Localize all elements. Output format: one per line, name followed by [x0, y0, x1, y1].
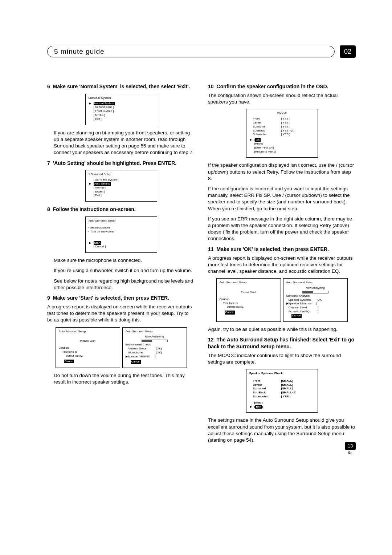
osd-item-auto-setting[interactable]: Auto Setting — [89, 182, 154, 186]
osd-item-second-zone[interactable]: Second Zone — [89, 105, 154, 109]
table-row: Front[SMALL] — [249, 379, 315, 383]
step-12-head: 12The Auto Surround Setup has finished! … — [208, 336, 356, 350]
osd-check: Check!! Front[ YES ] Center[ YES ] Surro… — [246, 109, 318, 158]
text: The MCACC indicator continues to light t… — [208, 352, 356, 365]
osd-item-expert[interactable]: Expert — [89, 190, 154, 194]
text: If you re using a subwoofer, switch it o… — [47, 267, 195, 274]
osd-line: Now Analyzing — [126, 335, 184, 339]
table-row: SurrBack[ YES ×2 ] — [249, 129, 315, 133]
text: Again, try to be as quiet as possible wh… — [208, 326, 356, 333]
osd-pair-step9: Auto Surround Setup Please Wait Caution … — [47, 327, 195, 368]
table-row: SurrBack[SMALL×2] — [249, 391, 315, 395]
osd-speaker-systems-check: Speaker Systems Check Front[SMALL] Cente… — [246, 369, 318, 413]
page-lang: En — [345, 451, 356, 454]
osd-line: Now Analyzing — [286, 286, 344, 290]
osd-title: Auto Surround Setup — [286, 281, 344, 285]
osd-cancel-button[interactable]: Cancel — [126, 360, 184, 364]
osd-cancel-button[interactable]: Cancel — [220, 311, 278, 315]
osd-surround-analysis: Auto Surround Setup Now Analyzing Surrou… — [283, 278, 348, 321]
table-row: Surround[ YES ] — [249, 125, 315, 129]
table-row: Surround[SMALL] — [249, 387, 315, 391]
osd-line: Test tone is — [220, 301, 278, 305]
osd-item-exit[interactable]: Exit — [89, 194, 154, 198]
osd-retry-button[interactable]: [Retry] — [249, 142, 315, 146]
osd-return-button[interactable]: [Return to Menu] — [249, 150, 315, 154]
osd-title: 1.Surround Setup — [89, 173, 154, 177]
osd-item-surrback[interactable]: SurrBack System — [89, 178, 154, 182]
osd-now-analyzing: Auto Surround Setup Now Analyzing Enviro… — [122, 327, 187, 368]
osd-auto-surround-setup-instr: Auto Surround Setup Set microphone Turn … — [85, 216, 157, 253]
progress-bar — [302, 291, 328, 293]
page-number: 13 En — [345, 442, 356, 454]
osd-item-normal[interactable]: Normal — [89, 186, 154, 190]
table-row: Subwoofer[ YES ] — [249, 395, 315, 399]
step-6-note: If you are planning on bi-amping your fr… — [47, 130, 195, 156]
osd-please-wait: Auto Surround Setup Please Wait Caution … — [56, 327, 120, 368]
osd-surrback-system: SurrBack System Normal System Second Zon… — [85, 94, 157, 125]
osd-line: Surround Analysis — [286, 294, 344, 298]
osd-please-wait: Auto Surround Setup Please Wait Caution … — [216, 278, 281, 321]
text: Do not turn down the volume during the t… — [47, 372, 195, 385]
osd-ok-button[interactable]: [OK] — [249, 138, 315, 142]
osd-line: Please Wait — [59, 339, 117, 343]
step-8-head: 8Follow the instructions on-screen. — [47, 206, 195, 213]
osd-item-exit[interactable]: Exit — [89, 117, 154, 121]
osd-surround-setup: 1.Surround Setup SurrBack System Auto Se… — [85, 170, 157, 202]
osd-line: output loudly. — [59, 354, 117, 358]
text: A progress report is displayed on-screen… — [47, 304, 195, 324]
section-title: 5 minute guide — [47, 46, 335, 57]
page: 5 minute guide 02 6Make sure 'Normal Sys… — [0, 0, 392, 469]
osd-exit-button[interactable]: [Exit] — [249, 405, 315, 409]
osd-title: Auto Surround Setup — [89, 219, 154, 223]
step-6-head: 6Make sure 'Normal System' is selected, … — [47, 83, 195, 90]
table-row: Subwoofer[ YES ] — [249, 133, 315, 137]
table-row: Center[SMALL] — [249, 383, 315, 387]
table-row: Center[ YES ] — [249, 121, 315, 125]
osd-cancel-button[interactable]: Cancel — [59, 360, 117, 364]
osd-item-front-biamp[interactable]: Front Bi-Amp — [89, 109, 154, 113]
osd-start-button[interactable]: Start — [89, 241, 154, 245]
step-7-head: 7'Auto Setting' should be highlighted. P… — [47, 160, 195, 167]
osd-line: Please Wait — [220, 291, 278, 295]
osd-title: Auto Surround Setup — [59, 330, 117, 334]
osd-line: Set microphone — [89, 226, 154, 230]
text: A progress report is displayed on-screen… — [208, 255, 356, 275]
osd-line: Caution — [59, 346, 117, 350]
header-row: 5 minute guide 02 — [47, 45, 356, 58]
osd-item-normal-system[interactable]: Normal System — [89, 102, 154, 106]
osd-title: Auto Surround Setup — [126, 330, 184, 334]
osd-title: SurrBack System — [89, 96, 154, 100]
osd-title: Check!! — [249, 112, 315, 116]
osd-pair-step11: Auto Surround Setup Please Wait Caution … — [208, 278, 356, 321]
page-number-value: 13 — [345, 442, 356, 450]
text: See below for notes regarding high backg… — [47, 278, 195, 291]
right-column: 10Confirm the speaker configuration in t… — [208, 83, 356, 447]
osd-line: Turn on subwoofer — [89, 230, 154, 234]
osd-item-mrs[interactable]: MR&S — [89, 113, 154, 117]
osd-cancel-button[interactable]: Cancel — [89, 245, 154, 249]
step-10-head: 10Confirm the speaker configuration in t… — [208, 83, 356, 90]
chapter-badge: 02 — [340, 45, 356, 58]
osd-line: Environment Check — [126, 343, 184, 347]
text: If you see an ERR message in the right s… — [208, 216, 356, 242]
osd-errfix-button[interactable]: [ERR→Fix SP.] — [249, 146, 315, 150]
osd-cancel-button[interactable]: Cancel — [286, 314, 344, 318]
osd-title: Auto Surround Setup — [220, 281, 278, 285]
table-row: Front[ YES ] — [249, 117, 315, 121]
text: The settings made in the Auto Surround S… — [208, 417, 356, 443]
step-11-head: 11Make sure 'OK' is selected, then press… — [208, 246, 356, 253]
osd-line: output loudly. — [220, 305, 278, 309]
progress-bar — [142, 340, 168, 342]
text: If the speaker configuration displayed i… — [208, 162, 356, 182]
osd-next-button[interactable]: [Next] — [249, 401, 315, 405]
osd-title: Speaker Systems Check — [249, 372, 315, 376]
text: If the configuration is incorrect and yo… — [208, 186, 356, 212]
osd-line: Caution — [220, 297, 278, 301]
osd-line: Test tone is — [59, 350, 117, 354]
text: The configuration shown on-screen should… — [208, 92, 356, 105]
left-column: 6Make sure 'Normal System' is selected, … — [47, 83, 195, 447]
text: Make sure the microphone is connected. — [47, 257, 195, 264]
step-9-head: 9Make sure 'Start' is selected, then pre… — [47, 295, 195, 301]
